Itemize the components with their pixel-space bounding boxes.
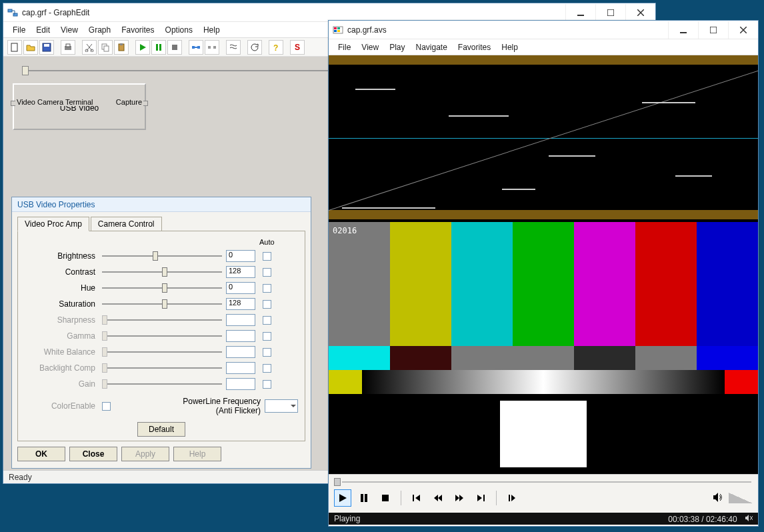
default-button[interactable]: Default bbox=[137, 422, 185, 437]
amp-auto-1[interactable] bbox=[263, 268, 271, 277]
apply-button[interactable]: Apply bbox=[121, 447, 169, 461]
color-bar bbox=[513, 222, 574, 346]
svg-rect-15 bbox=[156, 44, 158, 51]
amp-slider-5 bbox=[102, 330, 222, 342]
print-icon[interactable] bbox=[61, 40, 75, 55]
color-bar bbox=[390, 222, 451, 346]
amp-slider-2[interactable] bbox=[102, 282, 222, 294]
play-button[interactable] bbox=[334, 489, 351, 507]
connect-icon[interactable] bbox=[189, 40, 203, 55]
rewind-button[interactable] bbox=[429, 489, 447, 507]
help-button[interactable]: Help bbox=[173, 447, 221, 461]
player-titlebar[interactable]: cap.grf.avs bbox=[329, 21, 758, 39]
amp-value-6 bbox=[226, 346, 255, 358]
menu-favorites[interactable]: Favorites bbox=[116, 24, 159, 36]
player-menu-play[interactable]: Play bbox=[384, 41, 410, 53]
menu-file[interactable]: File bbox=[7, 24, 31, 36]
svg-rect-3 bbox=[607, 9, 614, 16]
minimize-button[interactable] bbox=[565, 4, 595, 21]
colorenable-checkbox[interactable] bbox=[102, 402, 111, 411]
amp-auto-0[interactable] bbox=[263, 252, 271, 261]
graphedit-titlebar[interactable]: cap.grf - GraphEdit bbox=[3, 3, 655, 22]
menu-graph[interactable]: Graph bbox=[83, 24, 116, 36]
color-bar bbox=[635, 222, 697, 346]
player-close-button[interactable] bbox=[728, 21, 758, 39]
menu-edit[interactable]: Edit bbox=[31, 24, 55, 36]
player-menu-navigate[interactable]: Navigate bbox=[410, 41, 452, 53]
color-chip bbox=[329, 346, 390, 370]
amp-label-5: Gamma bbox=[25, 331, 98, 341]
menu-view[interactable]: View bbox=[55, 24, 83, 36]
cut-icon[interactable] bbox=[82, 40, 97, 55]
close-button[interactable] bbox=[625, 4, 655, 21]
skip-fwd-button[interactable] bbox=[472, 489, 489, 507]
pin-input[interactable]: Video Camera Terminal bbox=[15, 98, 95, 106]
player-minimize-button[interactable] bbox=[668, 21, 698, 39]
svg-rect-26 bbox=[334, 27, 337, 29]
amp-value-1[interactable]: 128 bbox=[226, 266, 255, 278]
amp-auto-2[interactable] bbox=[263, 284, 271, 293]
menu-options[interactable]: Options bbox=[160, 24, 198, 36]
menu-help[interactable]: Help bbox=[198, 24, 225, 36]
player-menu-view[interactable]: View bbox=[356, 41, 384, 53]
stop-icon[interactable] bbox=[167, 40, 182, 55]
chevron-down-icon bbox=[291, 403, 296, 409]
pin-output[interactable]: Capture bbox=[115, 98, 143, 106]
frame-step-button[interactable] bbox=[503, 489, 521, 507]
ok-button[interactable]: OK bbox=[17, 447, 65, 461]
player-maximize-button[interactable] bbox=[698, 21, 728, 39]
refresh-icon[interactable] bbox=[247, 40, 262, 55]
color-chip bbox=[451, 346, 513, 370]
amp-auto-4[interactable] bbox=[263, 316, 271, 325]
amp-auto-8[interactable] bbox=[263, 380, 271, 389]
skip-back-button[interactable] bbox=[408, 489, 425, 507]
pause-icon[interactable] bbox=[151, 40, 166, 55]
close-button[interactable]: Close bbox=[69, 447, 117, 461]
amp-value-0[interactable]: 0 bbox=[226, 250, 255, 262]
tab-camera-control[interactable]: Camera Control bbox=[91, 217, 162, 231]
player-menu-help[interactable]: Help bbox=[496, 41, 523, 53]
color-bar bbox=[697, 222, 758, 346]
amp-auto-7[interactable] bbox=[263, 364, 271, 373]
forward-button[interactable] bbox=[451, 489, 468, 507]
player-menu-favorites[interactable]: Favorites bbox=[453, 41, 496, 53]
spy-icon[interactable]: S bbox=[290, 40, 305, 55]
tab-video-proc-amp[interactable]: Video Proc Amp bbox=[17, 217, 89, 231]
pause-button[interactable] bbox=[355, 489, 373, 507]
stop-button[interactable] bbox=[377, 489, 394, 507]
save-icon[interactable] bbox=[39, 40, 54, 55]
amp-slider-0[interactable] bbox=[102, 250, 222, 262]
filters-icon[interactable] bbox=[226, 40, 241, 55]
speaker-icon[interactable] bbox=[713, 492, 725, 505]
copy-icon[interactable] bbox=[98, 40, 113, 55]
filter-usb-video[interactable]: Video Camera Terminal Capture USB Video bbox=[13, 83, 146, 130]
disconnect-icon[interactable] bbox=[205, 40, 219, 55]
svg-rect-6 bbox=[44, 44, 49, 47]
amp-auto-3[interactable] bbox=[263, 300, 271, 309]
amp-auto-5[interactable] bbox=[263, 332, 271, 341]
powerline-dropdown[interactable] bbox=[265, 399, 298, 413]
paste-icon[interactable] bbox=[114, 40, 129, 55]
open-icon[interactable] bbox=[23, 40, 38, 55]
amp-value-2[interactable]: 0 bbox=[226, 282, 255, 294]
seek-bar[interactable] bbox=[334, 477, 753, 487]
new-icon[interactable] bbox=[7, 40, 22, 55]
volume-slider[interactable] bbox=[729, 493, 753, 503]
amp-label-6: White Balance bbox=[25, 347, 98, 357]
dialog-title[interactable]: USB Video Properties bbox=[12, 197, 311, 212]
mute-icon[interactable] bbox=[745, 515, 753, 524]
maximize-button[interactable] bbox=[595, 4, 625, 21]
amp-auto-6[interactable] bbox=[263, 348, 271, 357]
svg-rect-18 bbox=[192, 46, 195, 49]
amp-slider-3[interactable] bbox=[102, 298, 222, 310]
amp-slider-1[interactable] bbox=[102, 266, 222, 278]
player-window: cap.grf.avs File View Play Navigate Favo… bbox=[328, 20, 759, 527]
amp-value-3[interactable]: 128 bbox=[226, 298, 255, 310]
video-area[interactable]: 02016 bbox=[329, 55, 758, 474]
help-icon[interactable]: ? bbox=[269, 40, 283, 55]
svg-rect-0 bbox=[8, 9, 12, 12]
svg-rect-2 bbox=[577, 15, 584, 16]
play-icon[interactable] bbox=[135, 40, 150, 55]
svg-rect-37 bbox=[509, 495, 510, 501]
player-menu-file[interactable]: File bbox=[333, 41, 356, 53]
